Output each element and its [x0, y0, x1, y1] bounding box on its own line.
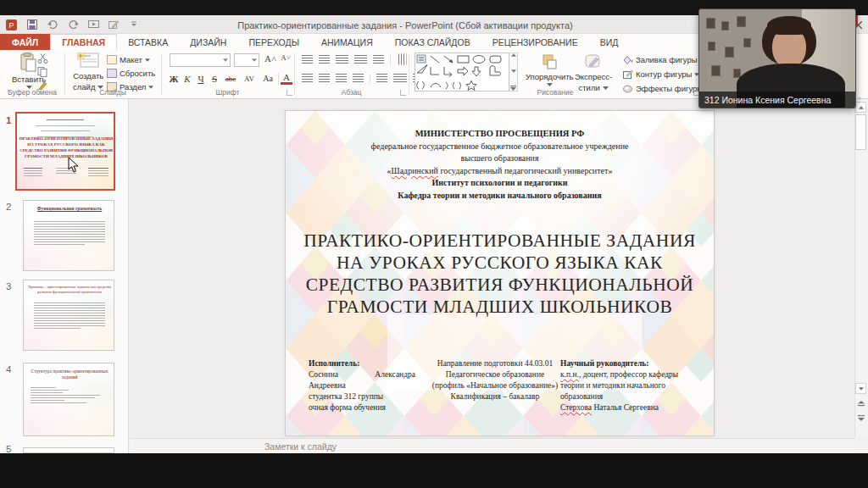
scrollbar-thumb[interactable]: [855, 114, 866, 150]
copy-icon[interactable]: [37, 67, 48, 77]
shape-outline-button[interactable]: Контур фигуры: [622, 69, 710, 80]
tab-home[interactable]: ГЛАВНАЯ: [50, 34, 117, 50]
shape-fill-icon: [622, 55, 633, 65]
tab-view[interactable]: ВИД: [589, 34, 630, 50]
arrange-icon: [541, 53, 558, 70]
program-line-3: (профиль «Начальное образование»): [427, 380, 563, 391]
program-line-2: Педагогическое образование: [427, 369, 563, 380]
thumb3-title: Практико – ориентированные задания как с…: [27, 285, 112, 295]
participant-video[interactable]: 312 Ионина Ксения Сергеевна: [698, 8, 856, 108]
tab-insert[interactable]: ВСТАВКА: [117, 34, 179, 50]
tab-design[interactable]: ДИЗАЙН: [179, 34, 237, 50]
tab-file[interactable]: ФАЙЛ: [0, 34, 50, 50]
misspelled-word: Стерхова: [560, 403, 592, 412]
change-case-button[interactable]: Aa: [259, 74, 276, 83]
new-slide-label-1: Создать: [73, 71, 103, 80]
increase-indent-button[interactable]: [354, 55, 367, 64]
cut-icon[interactable]: [37, 53, 48, 64]
subscript-button[interactable]: abc: [222, 75, 239, 83]
thumb1-title-line: НА УРОКАХ РУССКОГО ЯЗЫКА КАК: [19, 141, 114, 147]
slide-thumbnail-4[interactable]: Структура практико-ориентированных задан…: [23, 363, 114, 436]
new-slide-button[interactable]: Создать слайд: [73, 53, 103, 92]
shrink-font-button[interactable]: A˅: [281, 53, 291, 64]
tab-slideshow[interactable]: ПОКАЗ СЛАЙДОВ: [384, 34, 481, 50]
justify-button[interactable]: [353, 74, 364, 82]
paragraph-row-2: [302, 74, 426, 84]
tab-review[interactable]: РЕЦЕНЗИРОВАНИЕ: [481, 34, 589, 50]
slide-thumbnail-2[interactable]: Функциональная грамотность: [23, 200, 114, 271]
supervisor-label: Научный руководитель:: [560, 358, 706, 369]
bold-button[interactable]: Ж: [168, 74, 180, 84]
tab-transitions[interactable]: ПЕРЕХОДЫ: [237, 34, 310, 50]
next-slide-button[interactable]: [855, 412, 866, 423]
underline-button[interactable]: Ч: [195, 74, 207, 84]
previous-slide-button[interactable]: [855, 398, 866, 409]
tab-animations[interactable]: АНИМАЦИЯ: [310, 34, 384, 50]
quick-styles-button[interactable]: Экспресс- стили: [575, 53, 612, 92]
notes-panel[interactable]: [130, 438, 854, 453]
layout-button[interactable]: Макет: [107, 54, 155, 65]
thumb1-title-line: СРЕДСТВО РАЗВИТИЯ ФУНКЦИОНАЛЬНОЙ: [19, 147, 114, 153]
font-color-button[interactable]: А: [281, 72, 292, 85]
shape-fill-button[interactable]: Заливка фигуры: [622, 54, 710, 65]
align-center-button[interactable]: [319, 74, 330, 82]
reset-button[interactable]: Сбросить: [107, 68, 155, 79]
header-line-6: Кафедра теории и методики начального обр…: [286, 190, 714, 202]
slide-title-block[interactable]: ПРАКТИКО-ОРИЕНТИРОВАННЫЕ ЗАДАНИЯ НА УРОК…: [286, 230, 714, 318]
layout-label: Макет: [120, 55, 142, 64]
decrease-indent-button[interactable]: [336, 55, 348, 64]
align-text-button[interactable]: [393, 74, 407, 82]
shape-outline-icon: [622, 69, 633, 80]
clipboard-small-buttons: [37, 53, 48, 91]
slide-thumbnail-1[interactable]: ПРАКТИКО-ОРИЕНТИРОВАННЫЕ ЗАДАНИЯ НА УРОК…: [15, 112, 115, 191]
slide-canvas[interactable]: МИНИСТЕРСТВО ПРОСВЕЩЕНИЯ РФ федеральное …: [285, 110, 715, 436]
align-left-button[interactable]: [302, 74, 313, 82]
clipboard-icon: [20, 53, 37, 73]
strikethrough-button[interactable]: S: [209, 74, 220, 84]
character-spacing-button[interactable]: AV: [241, 75, 258, 83]
thumb2-title: Функциональная грамотность: [25, 206, 114, 211]
window-title: Практико-ориентированные задания - Power…: [0, 20, 810, 30]
dropdown-arrow-icon: [547, 83, 553, 86]
slide-thumbnail-3[interactable]: Практико – ориентированные задания как с…: [23, 280, 114, 351]
drawing-group-label: Рисование: [409, 88, 702, 97]
paragraph-group-label: Абзац: [294, 88, 409, 97]
zoom-toolbar: [0, 453, 868, 488]
title-line-4: ГРАМОСТИ МЛАДШИХ ШКОЛЬНИКОВ: [286, 296, 714, 318]
line-spacing-button[interactable]: [373, 55, 384, 64]
shapes-gallery[interactable]: [415, 53, 509, 92]
mouse-cursor: [68, 158, 80, 173]
slide-thumbnail-5[interactable]: [23, 447, 114, 453]
supervisor-line-2: теории и методики начального: [560, 380, 706, 391]
scroll-up-button[interactable]: [855, 102, 866, 113]
clipboard-group-label: Буфер обмена: [0, 88, 64, 97]
align-right-button[interactable]: [336, 74, 347, 82]
font-buttons-row: Ж К Ч S abc AV Aa А: [168, 72, 292, 85]
scroll-down-button[interactable]: [855, 383, 866, 394]
bullets-button[interactable]: [302, 55, 313, 64]
slide-header-block[interactable]: МИНИСТЕРСТВО ПРОСВЕЩЕНИЯ РФ федеральное …: [286, 128, 714, 202]
arrange-button[interactable]: Упорядочить: [526, 53, 574, 86]
italic-button[interactable]: К: [181, 74, 193, 84]
supervisor-block[interactable]: Научный руководитель: к.п.н., доцент, пр…: [560, 358, 706, 413]
title-line-2: НА УРОКАХ РУССКОГО ЯЗЫКА КАК: [286, 252, 714, 274]
header-line-5: Институт психологии и педагогики: [286, 177, 714, 190]
thumb-4-number: 4: [6, 364, 11, 374]
executor-label: Исполнитель:: [309, 358, 415, 369]
text-direction-button[interactable]: [398, 54, 407, 65]
dropdown-arrow-icon: [145, 58, 150, 62]
font-name-select[interactable]: [170, 53, 231, 67]
thumb1-title-line: ПРАКТИКО-ОРИЕНТИРОВАННЫЕ ЗАДАНИЯ: [19, 136, 114, 141]
executor-block[interactable]: Исполнитель: СоснинаАлександра Андреевна…: [309, 358, 415, 413]
reset-label: Сбросить: [120, 69, 155, 78]
numbering-button[interactable]: [319, 55, 330, 64]
shape-fill-label: Заливка фигуры: [636, 55, 698, 64]
thumb-2-number: 2: [6, 202, 11, 212]
program-line-4: Квалификация – бакалавр: [427, 391, 563, 402]
columns-button[interactable]: [376, 74, 387, 82]
header-line-4: «Шадринский государственный педагогическ…: [286, 165, 714, 178]
shapes-gallery-scroll[interactable]: [509, 53, 518, 92]
program-block[interactable]: Направление подготовки 44.03.01 Педагоги…: [427, 358, 563, 402]
font-size-select[interactable]: [234, 53, 259, 67]
grow-font-button[interactable]: A˄: [264, 53, 276, 64]
